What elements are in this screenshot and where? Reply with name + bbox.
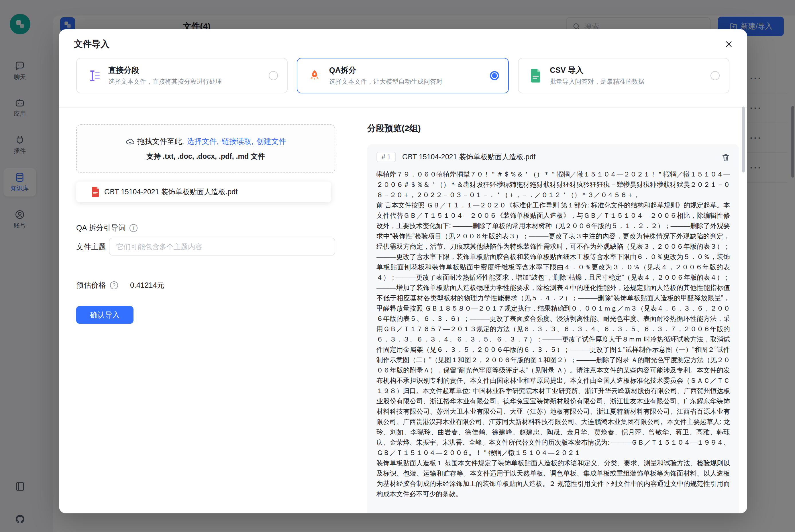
file-import-modal: 文件导入 直接分段 选择文本文件，直接将其按分段进行处理 — [59, 29, 747, 513]
divider — [59, 107, 747, 108]
segment-index-badge: # 1 — [376, 152, 396, 162]
dropzone-text: 拖拽文件至此, — [137, 136, 184, 146]
create-file-link[interactable]: 创建文件 — [257, 136, 286, 146]
pdf-file-icon — [91, 187, 100, 197]
mode-desc: 选择文本文件，直接将其按分段进行处理 — [108, 77, 222, 86]
price-label: 预估价格 — [76, 280, 106, 290]
close-button[interactable] — [722, 37, 736, 51]
csv-file-icon — [527, 68, 544, 84]
segment-preview-title: 分段预览(2组) — [367, 123, 421, 134]
mode-card-qa-split[interactable]: QA拆分 选择文本文件，让大模型自动生成问答对 — [297, 58, 509, 93]
uploaded-file-item[interactable]: GBT 15104-2021 装饰单板贴面人造板.pdf — [76, 182, 331, 202]
mode-desc: 批量导入问答对，是最精准的数据 — [550, 77, 644, 86]
import-mode-selector: 直接分段 选择文本文件，直接将其按分段进行处理 QA拆分 选择文本文件， — [76, 58, 730, 93]
mode-title: QA拆分 — [329, 65, 442, 76]
segment-text: 犐犆犛７９．０６０犆犆犛犅犎７０！＂＃＄％＆＇（）＊＂犌犅／犜１５１０４—２０２… — [376, 169, 730, 499]
file-dropzone[interactable]: 拖拽文件至此, 选择文件, 链接读取, 创建文件 支持 .txt, .doc, … — [76, 124, 335, 173]
modal-scrollbar[interactable] — [742, 107, 745, 172]
qa-guide-row: QA 拆分引导词 i — [76, 223, 137, 233]
qa-guide-label: QA 拆分引导词 — [76, 223, 126, 233]
upload-cloud-icon — [125, 137, 134, 146]
segment-icon — [86, 68, 102, 84]
uploaded-file-name: GBT 15104-2021 装饰单板贴面人造板.pdf — [104, 187, 238, 197]
segment-file-name: GBT 15104-2021 装饰单板贴面人造板.pdf — [402, 152, 535, 162]
radio-qa-split[interactable] — [490, 71, 499, 80]
mode-card-direct-segment[interactable]: 直接分段 选择文本文件，直接将其按分段进行处理 — [76, 58, 288, 93]
topic-input[interactable] — [109, 238, 335, 255]
mode-desc: 选择文本文件，让大模型自动生成问答对 — [329, 77, 442, 86]
segment-header: # 1 GBT 15104-2021 装饰单板贴面人造板.pdf — [376, 152, 730, 162]
mode-card-csv-import[interactable]: CSV 导入 批量导入问答对，是最精准的数据 — [518, 58, 730, 93]
price-value: 0.41214元 — [130, 280, 165, 290]
modal-title: 文件导入 — [74, 38, 110, 51]
radio-csv-import[interactable] — [711, 71, 720, 80]
confirm-import-button[interactable]: 确认导入 — [76, 306, 133, 324]
select-file-link[interactable]: 选择文件, — [187, 136, 219, 146]
app-root: 聊天 应用 插件 知识库 — [0, 0, 795, 532]
link-read-link[interactable]: 链接读取, — [222, 136, 253, 146]
rocket-icon — [307, 68, 323, 84]
info-icon[interactable]: i — [129, 224, 137, 232]
radio-direct-segment[interactable] — [269, 71, 278, 80]
help-icon[interactable]: ? — [110, 281, 118, 289]
topic-label: 文件主题 — [76, 242, 106, 252]
price-row: 预估价格 ? 0.41214元 — [76, 280, 165, 290]
mode-title: 直接分段 — [108, 65, 222, 76]
mode-title: CSV 导入 — [550, 65, 644, 76]
close-icon — [725, 40, 733, 48]
supported-formats-text: 支持 .txt, .doc, .docx, .pdf, .md 文件 — [146, 152, 265, 161]
delete-segment-icon[interactable] — [721, 153, 730, 161]
segment-preview-card: # 1 GBT 15104-2021 装饰单板贴面人造板.pdf 犐犆犛７９．０… — [367, 145, 739, 513]
